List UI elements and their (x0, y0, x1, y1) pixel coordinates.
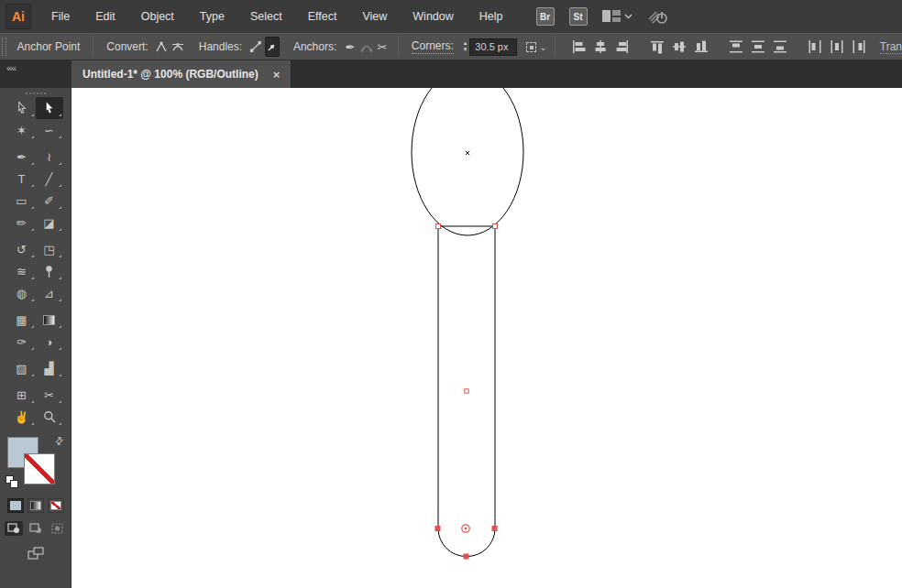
scale-tool[interactable]: ◳ (36, 238, 63, 260)
horizontal-align-center-icon[interactable] (591, 37, 610, 57)
column-graph-tool[interactable]: ▟ (36, 357, 63, 379)
menubar-app-icons: Br St (536, 7, 669, 26)
ellipse-center-marker (466, 151, 469, 155)
symbol-sprayer-tool[interactable]: ▨ (8, 357, 36, 379)
zoom-tool[interactable] (36, 406, 63, 428)
horizontal-distribute-right-icon[interactable] (850, 37, 868, 57)
direct-selection-tool[interactable] (36, 97, 63, 119)
corners-value-input[interactable] (469, 38, 517, 56)
document-tab[interactable]: Untitled-1* @ 100% (RGB/Outline) × (72, 60, 292, 88)
collapse-panel-icon[interactable]: «« (6, 62, 16, 73)
spoon-handle-path[interactable] (438, 226, 495, 557)
menu-type[interactable]: Type (187, 10, 237, 23)
type-tool[interactable]: T (8, 168, 36, 190)
remove-anchor-icon[interactable]: ✒ (343, 37, 358, 57)
slice-tool[interactable]: ✂ (36, 384, 63, 406)
eraser-tool[interactable]: ◪ (36, 212, 63, 234)
color-chip (10, 501, 21, 510)
handles-label: Handles: (199, 40, 242, 53)
stepper-down-icon[interactable]: ▾ (464, 47, 468, 53)
artboard-canvas[interactable] (72, 88, 902, 588)
horizontal-distribute-left-icon[interactable] (806, 37, 824, 57)
draw-inside-button[interactable] (49, 521, 67, 536)
selection-tool[interactable] (8, 97, 36, 119)
connect-endpoints-icon[interactable] (359, 37, 374, 57)
anchor-point[interactable] (493, 224, 498, 229)
screen-mode-button[interactable] (28, 547, 44, 564)
tools-panel-grip[interactable] (26, 93, 46, 94)
corners-stepper[interactable]: ▴ ▾ (464, 40, 468, 53)
convert-to-smooth-button[interactable] (170, 37, 185, 57)
cut-path-icon[interactable]: ✂ (375, 37, 390, 57)
none-button[interactable] (48, 498, 64, 513)
menu-effect[interactable]: Effect (295, 10, 350, 23)
draw-behind-button[interactable] (27, 521, 45, 536)
magic-wand-tool[interactable]: ✶ (8, 119, 36, 141)
perspective-grid-tool[interactable]: ⊿ (36, 282, 63, 304)
anchor-point[interactable] (436, 224, 441, 229)
rectangle-tool[interactable]: ▭ (8, 190, 36, 212)
tools-panel: ✶∽✒≀T╱▭✐✏◪↺◳≋◍⊿▦✑◑▨▟⊞✂✌ ⇄ (0, 88, 72, 588)
menu-help[interactable]: Help (467, 10, 516, 23)
menu-window[interactable]: Window (400, 10, 466, 23)
menu-file[interactable]: File (38, 10, 82, 23)
anchor-point-selected[interactable] (435, 527, 440, 531)
anchor-point-selected[interactable] (492, 527, 497, 531)
share-icon[interactable] (647, 8, 669, 25)
stock-icon[interactable]: St (569, 7, 588, 26)
hide-handles-button[interactable] (265, 37, 280, 57)
rotate-tool[interactable]: ↺ (8, 238, 36, 260)
handle-center-marker (465, 389, 468, 393)
curvature-tool[interactable]: ≀ (36, 146, 63, 168)
control-bar-grip[interactable] (2, 38, 6, 56)
gradient-chip (30, 501, 41, 510)
horizontal-align-left-icon[interactable] (569, 37, 588, 57)
vertical-distribute-bottom-icon[interactable] (771, 37, 789, 57)
pen-tool[interactable]: ✒ (8, 146, 36, 168)
anchor-point-selected[interactable] (464, 554, 468, 559)
paintbrush-tool[interactable]: ✐ (36, 190, 63, 212)
eyedropper-tool[interactable]: ✑ (8, 331, 36, 353)
gradient-button[interactable] (28, 498, 44, 513)
align-objects-group (569, 37, 868, 57)
document-tab-title: Untitled-1* @ 100% (RGB/Outline) (82, 68, 258, 81)
show-handles-button[interactable] (248, 37, 263, 57)
gradient-tool[interactable] (36, 309, 63, 331)
spoon-bowl-path[interactable] (412, 88, 523, 235)
corners-link[interactable]: Corners: (412, 39, 454, 54)
drawing-modes-row (5, 521, 67, 536)
pencil-tool[interactable]: ✏ (8, 212, 36, 234)
menu-select[interactable]: Select (237, 10, 295, 23)
mesh-tool[interactable]: ▦ (8, 309, 36, 331)
horizontal-align-right-icon[interactable] (613, 37, 632, 57)
vertical-align-bottom-icon[interactable] (692, 37, 710, 57)
swap-fill-stroke-icon[interactable]: ⇄ (52, 434, 67, 449)
workspace-switcher[interactable] (602, 10, 632, 23)
puppet-warp-tool[interactable] (36, 260, 63, 282)
draw-normal-button[interactable] (5, 521, 23, 536)
menu-edit[interactable]: Edit (82, 10, 128, 23)
select-similar-options[interactable]: ⌄ (526, 42, 546, 52)
blend-tool[interactable]: ◑ (36, 331, 63, 353)
vertical-align-center-icon[interactable] (670, 37, 688, 57)
vertical-distribute-top-icon[interactable] (727, 37, 745, 57)
close-icon[interactable]: × (273, 68, 280, 82)
hand-tool[interactable]: ✌ (8, 406, 36, 428)
color-button[interactable] (7, 498, 24, 513)
menu-view[interactable]: View (349, 10, 400, 23)
bridge-icon[interactable]: Br (536, 7, 555, 26)
width-tool[interactable]: ≋ (8, 260, 36, 282)
lasso-tool[interactable]: ∽ (36, 119, 63, 141)
shape-builder-tool[interactable]: ◍ (8, 282, 36, 304)
document-tab-strip: «« Untitled-1* @ 100% (RGB/Outline) × (0, 60, 902, 88)
stroke-swatch[interactable] (24, 453, 55, 485)
vertical-align-top-icon[interactable] (648, 37, 666, 57)
line-segment-tool[interactable]: ╱ (36, 168, 63, 190)
transform-link[interactable]: Tran (880, 40, 902, 54)
vertical-distribute-center-icon[interactable] (749, 37, 767, 57)
convert-to-corner-button[interactable] (155, 37, 170, 57)
menu-object[interactable]: Object (128, 10, 187, 23)
horizontal-distribute-center-icon[interactable] (828, 37, 846, 57)
default-fill-stroke-icon[interactable] (6, 475, 18, 488)
artboard-tool[interactable]: ⊞ (8, 384, 36, 406)
